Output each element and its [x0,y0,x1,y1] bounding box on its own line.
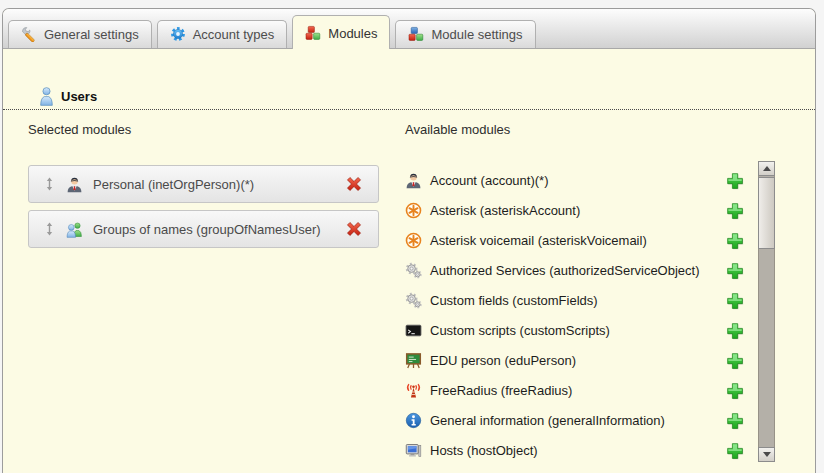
available-module-row[interactable]: General information (generalInformation) [405,405,757,435]
add-module-button[interactable] [725,261,744,280]
available-module-label: Asterisk voicemail (asteriskVoicemail) [430,233,647,248]
tab-bar: General settings Account types Modules M… [3,9,815,49]
available-list-scrollbar[interactable] [758,161,775,462]
available-module-label: Authorized Services (authorizedServiceOb… [430,263,700,278]
add-module-button[interactable] [725,321,744,340]
add-plus-icon [725,231,744,250]
radio-icon [405,382,422,399]
tab-module-settings[interactable]: Module settings [395,20,535,48]
selected-module-label: Groups of names (groupOfNamesUser) [93,222,321,237]
add-module-button[interactable] [725,291,744,310]
available-module-label: EDU person (eduPerson) [430,353,576,368]
available-module-label: Custom fields (customFields) [430,293,598,308]
tab-general-settings[interactable]: General settings [8,20,152,48]
add-module-button[interactable] [725,351,744,370]
triangle-down-icon [763,452,771,457]
available-module-row[interactable]: Custom scripts (customScripts) [405,315,757,345]
available-module-label: Hosts (hostObject) [430,443,538,458]
available-modules-label: Available modules [405,122,510,137]
add-module-button[interactable] [725,441,744,460]
wrench-icon [21,26,37,42]
configuration-panel: General settings Account types Modules M… [2,8,816,473]
add-plus-icon [725,441,744,460]
remove-module-button[interactable] [345,175,363,193]
add-plus-icon [725,381,744,400]
tab-label: Modules [328,26,377,41]
person-icon [66,176,83,193]
terminal-icon [405,322,422,339]
page: General settings Account types Modules M… [0,0,824,473]
tab-label: Account types [193,27,275,42]
add-plus-icon [725,201,744,220]
asterisk-icon [405,202,422,219]
scrollbar-thumb[interactable] [758,177,775,249]
person-icon [405,172,422,189]
add-plus-icon [725,291,744,310]
add-module-button[interactable] [725,231,744,250]
add-module-button[interactable] [725,381,744,400]
available-module-label: Asterisk (asteriskAccount) [430,203,580,218]
add-module-button[interactable] [725,171,744,190]
available-module-label: FreeRadius (freeRadius) [430,383,572,398]
users-section-heading: Users [3,86,815,110]
triangle-up-icon [763,166,771,171]
blackboard-icon [405,352,422,369]
available-module-row[interactable]: Asterisk voicemail (asteriskVoicemail) [405,225,757,255]
available-module-label: Custom scripts (customScripts) [430,323,610,338]
drag-arrows-icon[interactable] [45,222,54,236]
available-module-row[interactable]: Account (account)(*) [405,165,757,195]
group-icon [66,221,83,238]
section-title: Users [61,89,97,104]
module-settings-icon [408,26,424,42]
selected-module-row[interactable]: Personal (inetOrgPerson)(*) [28,165,379,203]
tab-modules[interactable]: Modules [292,15,390,49]
gear-icon [170,26,186,42]
remove-x-icon [345,175,363,193]
available-module-row[interactable]: Asterisk (asteriskAccount) [405,195,757,225]
available-module-label: General information (generalInformation) [430,413,665,428]
scroll-down-button[interactable] [758,447,775,462]
add-plus-icon [725,351,744,370]
remove-x-icon [345,220,363,238]
available-module-row[interactable]: EDU person (eduPerson) [405,345,757,375]
info-icon [405,412,422,429]
asterisk-icon [405,232,422,249]
tab-label: General settings [44,27,139,42]
add-plus-icon [725,411,744,430]
available-module-label: Account (account)(*) [430,173,549,188]
scroll-up-button[interactable] [758,161,775,176]
selected-modules-label: Selected modules [28,122,131,137]
add-module-button[interactable] [725,201,744,220]
gears-icon [405,262,422,279]
modules-icon [305,25,321,41]
host-icon [405,442,422,459]
selected-module-label: Personal (inetOrgPerson)(*) [93,177,254,192]
available-module-row[interactable]: Custom fields (customFields) [405,285,757,315]
available-module-row[interactable]: Hosts (hostObject) [405,435,757,465]
available-module-row[interactable]: Authorized Services (authorizedServiceOb… [405,255,757,285]
available-module-row[interactable]: FreeRadius (freeRadius) [405,375,757,405]
tab-label: Module settings [431,27,522,42]
selected-module-row[interactable]: Groups of names (groupOfNamesUser) [28,210,379,248]
add-module-button[interactable] [725,411,744,430]
scrollbar-track[interactable] [758,176,775,447]
add-plus-icon [725,321,744,340]
gears-icon [405,292,422,309]
remove-module-button[interactable] [345,220,363,238]
add-plus-icon [725,171,744,190]
user-icon [39,87,54,106]
tab-account-types[interactable]: Account types [157,20,288,48]
add-plus-icon [725,261,744,280]
drag-arrows-icon[interactable] [45,177,54,191]
